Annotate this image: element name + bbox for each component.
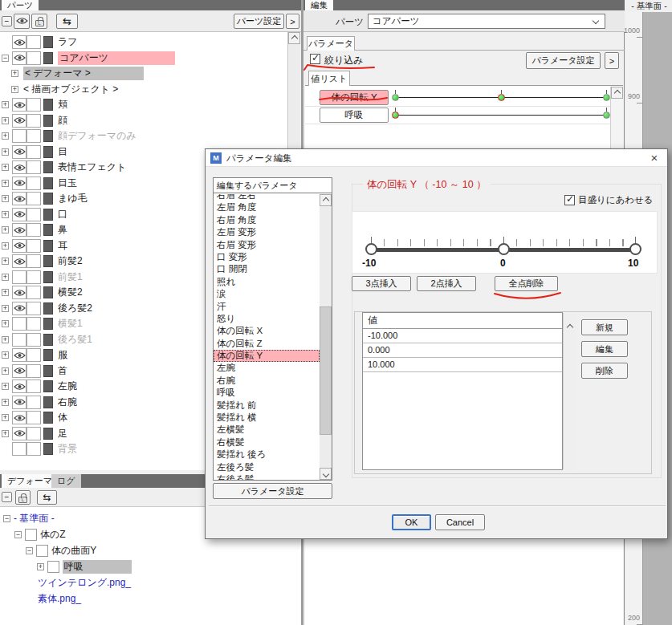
part-label[interactable]: 後ろ髪1 [58, 333, 92, 347]
part-label[interactable]: 耳 [58, 239, 67, 253]
parameter-list-item[interactable]: 怒り [214, 313, 320, 325]
parts-tree-row[interactable]: ラフ [0, 34, 287, 51]
part-label[interactable]: 鼻 [58, 223, 67, 237]
visibility-checkbox[interactable] [12, 223, 26, 237]
lock-checkbox[interactable] [26, 364, 41, 378]
range-handle-mid[interactable] [498, 243, 510, 255]
parts-combobox[interactable]: コアパーツ [368, 14, 605, 29]
part-label[interactable]: 後ろ髪2 [58, 302, 92, 315]
deformer-label[interactable]: 体の曲面Y [51, 544, 96, 558]
expander-icon[interactable]: + [2, 226, 9, 233]
part-label[interactable]: 背景 [58, 442, 77, 456]
expander-icon[interactable]: + [2, 132, 9, 140]
visibility-checkbox[interactable] [12, 98, 26, 112]
edit-value-button[interactable]: 編集 [581, 341, 628, 357]
expander-icon[interactable]: + [2, 289, 9, 296]
lock-checkbox[interactable] [26, 98, 41, 112]
parameter-list-item[interactable]: 左横髪 [214, 424, 320, 436]
deformer-tree-row[interactable]: − 体の曲面Y [0, 542, 301, 558]
expander-icon[interactable]: + [2, 430, 9, 437]
visibility-checkbox[interactable] [12, 317, 26, 331]
lock-checkbox[interactable] [26, 160, 41, 174]
tab-value-list[interactable]: 値リスト [308, 71, 350, 86]
value-table-row[interactable]: 10.000 [363, 358, 562, 372]
parameter-list-item[interactable]: 右眉 変形 [214, 239, 320, 251]
part-label[interactable]: 目玉 [58, 177, 77, 190]
lock-checkbox[interactable] [26, 302, 41, 315]
lock-checkbox[interactable] [26, 51, 41, 65]
tab-log[interactable]: ログ [51, 474, 81, 488]
deformer-tree-row[interactable]: 素体.png_ [0, 591, 301, 607]
key-point[interactable] [603, 94, 610, 101]
expander-icon[interactable]: + [2, 367, 9, 375]
lock-checkbox[interactable] [26, 192, 41, 205]
part-label[interactable]: 顔デフォーマのみ [58, 129, 136, 143]
visibility-checkbox[interactable] [12, 442, 26, 456]
scroll-up-button[interactable] [611, 87, 623, 99]
lock-checkbox[interactable] [26, 442, 41, 456]
parameter-list-item[interactable]: 口 変形 [214, 251, 320, 263]
expander-icon[interactable]: + [11, 70, 18, 77]
lock-checkbox[interactable] [26, 396, 41, 409]
visibility-checkbox[interactable] [12, 396, 26, 409]
visibility-checkbox[interactable] [12, 427, 26, 440]
edit-panel-expand-button[interactable]: > [605, 52, 619, 69]
insert-2-points-button[interactable]: 2点挿入 [417, 276, 476, 291]
visibility-checkbox[interactable] [12, 411, 26, 424]
collapse-all-button[interactable]: − [2, 16, 12, 26]
value-table-scrollbar[interactable] [563, 313, 576, 469]
visibility-checkbox[interactable] [12, 364, 26, 378]
visibility-checkbox[interactable] [12, 286, 26, 299]
lock-checkbox[interactable] [26, 348, 41, 362]
expander-icon[interactable]: + [2, 117, 9, 124]
parts-panel-expand-button[interactable]: > [286, 14, 299, 29]
lock-checkbox[interactable] [26, 254, 41, 268]
snap-to-scale-checkbox[interactable] [564, 195, 575, 205]
lock-checkbox[interactable] [26, 129, 41, 143]
visibility-checkbox[interactable] [12, 177, 26, 190]
toggle-lock-button[interactable]: L [15, 490, 31, 505]
parameter-list-item[interactable]: 体の回転 Y [214, 350, 320, 362]
part-label[interactable]: < デフォーマ > [23, 67, 144, 80]
key-point-current[interactable] [498, 94, 505, 101]
expander-icon[interactable]: + [2, 320, 9, 327]
parameter-list-item[interactable]: 右眉 角度 [214, 214, 320, 226]
part-label[interactable]: 足 [58, 427, 67, 440]
lock-checkbox[interactable] [26, 317, 41, 331]
parameter-list-item[interactable]: 右横髪 [214, 436, 320, 448]
expander-icon[interactable]: − [14, 531, 22, 538]
parameter-list-item[interactable]: 呼吸 [214, 387, 320, 399]
lock-checkbox[interactable] [26, 208, 41, 221]
expander-icon[interactable]: − [2, 55, 9, 62]
tab-deformer[interactable]: デフォーマ [2, 474, 58, 488]
parts-tree-row[interactable]: + < 描画オブジェクト > [0, 82, 287, 98]
lock-checkbox[interactable] [26, 379, 41, 393]
scroll-up-button[interactable] [288, 32, 300, 44]
parameter-list-item[interactable]: 右眉 左右 [214, 194, 320, 201]
dialog-titlebar[interactable]: M パラメータ編集 × [206, 149, 667, 167]
lock-checkbox[interactable] [26, 239, 41, 253]
visibility-checkbox[interactable] [12, 51, 26, 65]
expander-icon[interactable]: + [2, 148, 9, 156]
visibility-checkbox[interactable] [12, 208, 26, 221]
filter-label[interactable]: 絞り込み [324, 54, 364, 67]
part-label[interactable]: 前髪2 [58, 254, 83, 268]
swap-button[interactable]: ⇆ [37, 490, 57, 505]
tab-parameter[interactable]: パラメータ [307, 36, 355, 51]
parameter-list-item[interactable]: 涙 [214, 288, 320, 300]
parts-tree-row[interactable]: + 顔デフォーマのみ [0, 128, 287, 144]
snap-to-scale-label[interactable]: 目盛りにあわせる [578, 194, 654, 206]
parameter-list-item[interactable]: 汗 [214, 301, 320, 313]
parameter-list-item[interactable]: 体の回転 Z [214, 338, 320, 350]
expander-icon[interactable]: − [26, 547, 33, 554]
parameter-list-item[interactable]: 左後ろ髪 [214, 461, 320, 473]
deformer-tree-row[interactable]: + 呼吸 [0, 558, 301, 574]
part-label[interactable]: 口 [58, 208, 67, 221]
swap-button[interactable]: ⇆ [56, 14, 78, 29]
parts-tree-row[interactable]: + 顔 [0, 113, 287, 129]
parameter-list-item[interactable]: 左腕 [214, 362, 320, 374]
part-label[interactable]: 前髪1 [58, 270, 83, 284]
parameter-settings-button[interactable]: パラメータ設定 [526, 52, 601, 69]
deformer-label[interactable]: 体のZ [40, 528, 66, 542]
key-point[interactable] [392, 94, 399, 101]
